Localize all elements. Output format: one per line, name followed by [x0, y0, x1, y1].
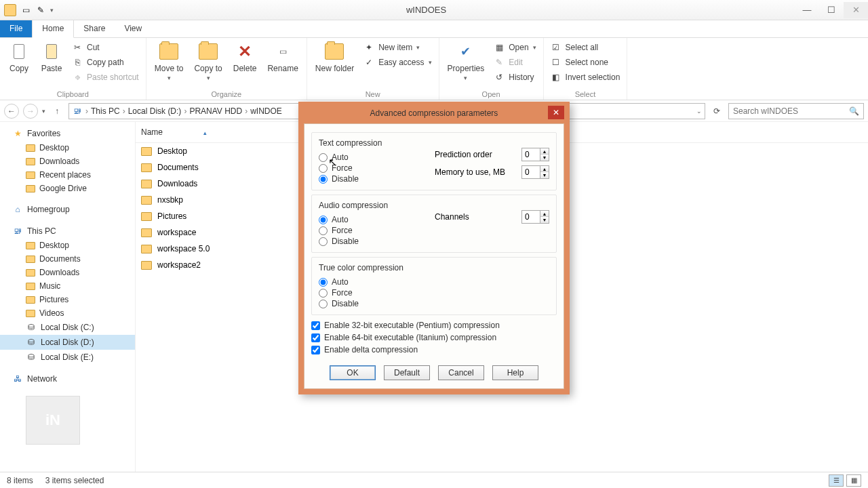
audio-auto-radio[interactable]	[319, 216, 328, 224]
new-item-button[interactable]: ✦New item▾	[361, 41, 434, 54]
channels-spinner[interactable]: ▲▼	[521, 210, 549, 224]
copy-to-button[interactable]: Copy to▾	[190, 39, 226, 83]
column-name[interactable]: Name▴	[136, 125, 298, 140]
select-none-button[interactable]: ☐Select none	[548, 56, 623, 69]
spin-down-icon[interactable]: ▼	[540, 155, 549, 161]
tree-gdrive[interactable]: Google Drive	[0, 182, 135, 195]
tab-home[interactable]: Home	[32, 20, 74, 38]
memory-spinner[interactable]: ▲▼	[521, 165, 549, 179]
color-auto-radio[interactable]	[319, 278, 328, 287]
easy-access-button[interactable]: ✓Easy access▾	[361, 56, 434, 69]
tree-desktop[interactable]: Desktop	[0, 141, 135, 155]
color-force-radio[interactable]	[319, 289, 328, 298]
tree-music[interactable]: Music	[0, 279, 135, 293]
spin-up-icon[interactable]: ▲	[540, 148, 549, 155]
folder-icon	[26, 256, 35, 263]
breadcrumb-folder2[interactable]: wINDOE	[250, 106, 282, 116]
tab-share[interactable]: Share	[74, 20, 115, 37]
breadcrumb-folder1[interactable]: PRANAV HDD	[189, 106, 242, 116]
tree-localc[interactable]: ⛁Local Disk (C:)	[0, 320, 135, 335]
view-icons-button[interactable]: ▦	[846, 474, 861, 487]
ribbon: Copy Paste ✂Cut ⎘Copy path ⎆Paste shortc…	[0, 38, 868, 100]
file-name: workspace 5.0	[157, 244, 210, 253]
text-disable-radio[interactable]	[319, 175, 328, 184]
select-all-button[interactable]: ☑Select all	[548, 41, 623, 54]
tree-downloads[interactable]: Downloads	[0, 155, 135, 168]
search-box[interactable]: 🔍	[728, 103, 864, 119]
view-details-button[interactable]: ☰	[829, 474, 844, 487]
properties-icon[interactable]: ▭	[20, 5, 31, 16]
tree-homegroup[interactable]: ⌂Homegroup	[0, 202, 135, 217]
tree-desktop2[interactable]: Desktop	[0, 239, 135, 252]
close-window-button[interactable]: ✕	[844, 2, 868, 18]
minimize-button[interactable]: —	[795, 2, 819, 18]
spin-up-icon[interactable]: ▲	[540, 211, 549, 217]
dialog-close-button[interactable]: ✕	[548, 106, 564, 119]
properties-button[interactable]: ✔Properties▾	[443, 39, 489, 83]
paste-button[interactable]: Paste	[37, 39, 66, 75]
title-bar: ▭ ✎ ▾ wINDOES — ☐ ✕	[0, 0, 868, 20]
edit-button[interactable]: ✎Edit	[491, 56, 538, 69]
addr-dropdown-icon[interactable]: ⌄	[696, 108, 702, 115]
copy-path-button[interactable]: ⎘Copy path	[69, 56, 142, 69]
help-button[interactable]: Help	[492, 365, 538, 380]
spin-up-icon[interactable]: ▲	[540, 166, 549, 172]
open-button[interactable]: ▦Open▾	[491, 41, 538, 54]
file-name: Documents	[157, 163, 199, 172]
new-folder-button[interactable]: New folder	[311, 39, 358, 75]
tree-documents[interactable]: Documents	[0, 252, 135, 266]
spin-down-icon[interactable]: ▼	[540, 172, 549, 178]
homegroup-icon: ⌂	[12, 204, 23, 215]
file-name: Downloads	[157, 179, 197, 188]
nav-back-button[interactable]: ←	[4, 104, 19, 119]
rename-button[interactable]: ▭Rename	[263, 39, 302, 75]
tree-pictures[interactable]: Pictures	[0, 293, 135, 306]
search-input[interactable]	[733, 106, 849, 116]
maximize-button[interactable]: ☐	[819, 2, 844, 18]
breadcrumb-drive[interactable]: Local Disk (D:)	[128, 106, 182, 116]
audio-disable-radio[interactable]	[319, 237, 328, 246]
check-32bit[interactable]	[311, 321, 320, 330]
tree-videos[interactable]: Videos	[0, 306, 135, 320]
dialog-title-bar[interactable]: Advanced compression parameters ✕	[304, 107, 564, 123]
tree-favorites[interactable]: ★Favorites	[0, 126, 135, 141]
tree-network[interactable]: 🖧Network	[0, 371, 135, 386]
move-to-button[interactable]: Move to▾	[151, 39, 188, 83]
cut-button[interactable]: ✂Cut	[69, 41, 142, 54]
delete-button[interactable]: ✕Delete	[229, 39, 261, 75]
color-disable-radio[interactable]	[319, 300, 328, 308]
tree-locale[interactable]: ⛁Local Disk (E:)	[0, 350, 135, 365]
copy-button[interactable]: Copy	[4, 39, 34, 75]
check-delta[interactable]	[311, 346, 320, 354]
new-folder-icon[interactable]: ✎	[35, 5, 46, 16]
breadcrumb-this-pc[interactable]: This PC	[91, 106, 120, 116]
paste-shortcut-button[interactable]: ⎆Paste shortcut	[69, 70, 142, 84]
nav-forward-button[interactable]: →	[23, 104, 38, 119]
prediction-spinner[interactable]: ▲▼	[521, 148, 549, 161]
file-name: nxsbkp	[157, 195, 183, 205]
tab-file[interactable]: File	[0, 20, 32, 37]
qat-dropdown-icon[interactable]: ▾	[50, 7, 54, 14]
history-button[interactable]: ↺History	[491, 70, 538, 84]
folder-icon	[26, 269, 35, 277]
tree-recent[interactable]: Recent places	[0, 168, 135, 182]
default-button[interactable]: Default	[384, 365, 430, 380]
refresh-button[interactable]: ⟳	[709, 104, 724, 119]
nav-history-dropdown[interactable]: ▾	[42, 108, 45, 115]
folder-icon	[26, 242, 35, 249]
text-force-radio[interactable]	[319, 164, 328, 173]
nav-up-button[interactable]: ↑	[50, 104, 64, 119]
tab-view[interactable]: View	[115, 20, 151, 37]
audio-force-radio[interactable]	[319, 226, 328, 235]
cancel-button[interactable]: Cancel	[438, 365, 484, 380]
tree-this-pc[interactable]: 🖳This PC	[0, 224, 135, 239]
tree-downloads2[interactable]: Downloads	[0, 266, 135, 279]
text-auto-radio[interactable]	[319, 153, 328, 162]
invert-selection-button[interactable]: ◧Invert selection	[548, 70, 623, 84]
tree-locald[interactable]: ⛁Local Disk (D:)	[0, 335, 135, 350]
ok-button[interactable]: OK	[330, 365, 376, 380]
new-item-icon: ✦	[363, 42, 374, 53]
check-64bit[interactable]	[311, 333, 320, 342]
watermark-logo: iN	[26, 396, 80, 445]
spin-down-icon[interactable]: ▼	[540, 217, 549, 223]
